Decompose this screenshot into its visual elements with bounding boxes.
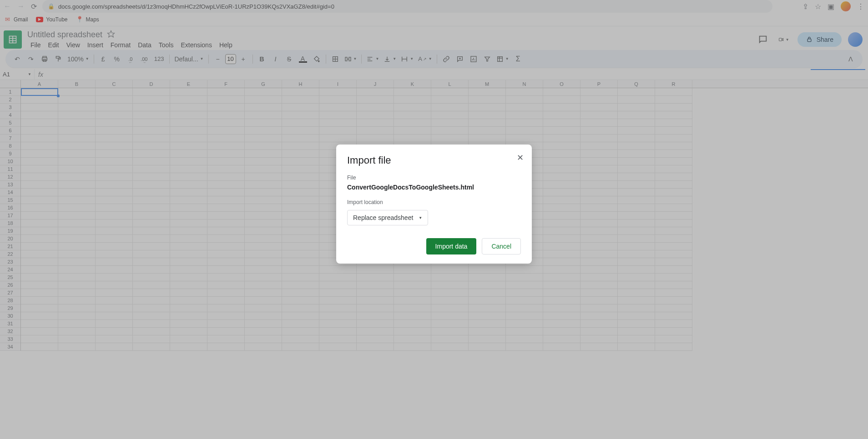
import-file-dialog: Import file ✕ File ConvertGoogleDocsToGo… bbox=[336, 145, 532, 264]
import-location-value: Replace spreadsheet bbox=[353, 214, 413, 221]
chevron-down-icon: ▼ bbox=[419, 216, 422, 220]
import-location-label: Import location bbox=[347, 199, 521, 205]
close-icon[interactable]: ✕ bbox=[517, 153, 524, 163]
import-location-select[interactable]: Replace spreadsheet ▼ bbox=[347, 210, 428, 225]
cancel-button[interactable]: Cancel bbox=[482, 238, 521, 254]
dialog-title: Import file bbox=[347, 155, 521, 166]
import-data-button[interactable]: Import data bbox=[426, 238, 477, 254]
file-label: File bbox=[347, 175, 521, 181]
file-name: ConvertGoogleDocsToGoogleSheets.html bbox=[347, 184, 521, 191]
modal-overlay: Import file ✕ File ConvertGoogleDocsToGo… bbox=[0, 0, 868, 439]
